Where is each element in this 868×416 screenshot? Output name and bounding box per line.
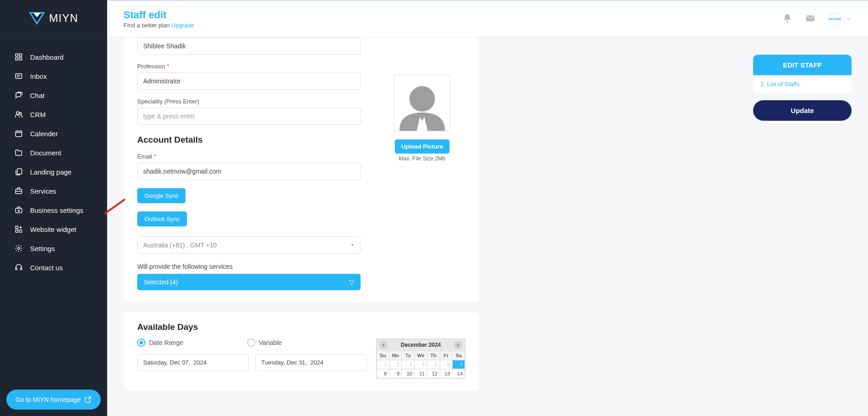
cal-day[interactable]: 11 (414, 369, 427, 378)
upload-picture-button[interactable]: Upload Picture (395, 139, 450, 154)
cal-day[interactable]: 4 (414, 360, 427, 369)
nav-label: Contact us (30, 264, 63, 272)
outlook-sync-button[interactable]: Outlook Sync (137, 211, 187, 226)
chat-icon (15, 91, 23, 99)
nav-label: Calender (30, 130, 58, 138)
chevron-left-icon (382, 343, 385, 347)
account-heading: Account Details (137, 135, 361, 145)
nav-label: Chat (30, 92, 45, 99)
timezone-select[interactable]: Australia (+61) , GMT +10 (137, 236, 361, 254)
svg-point-6 (20, 113, 22, 115)
headset-icon (15, 263, 23, 272)
svg-rect-14 (20, 230, 22, 232)
nav-label: Landing page (30, 168, 72, 176)
mail-button[interactable] (805, 13, 815, 25)
grid-icon (15, 53, 23, 61)
sidebar-item-landing[interactable]: Landing page (0, 162, 107, 181)
svg-rect-10 (16, 208, 22, 213)
sidebar-item-dashboard[interactable]: Dashboard (0, 47, 107, 67)
cal-day[interactable]: 8 (377, 369, 389, 378)
copy-icon (15, 168, 23, 176)
diamond-icon (29, 12, 45, 25)
available-days-card: Available Days Date Range Variable (124, 312, 479, 390)
upgrade-link[interactable]: Upgrade (171, 22, 194, 29)
cal-day[interactable]: 5 (427, 360, 440, 369)
cal-dow: Th (427, 351, 440, 360)
cal-day[interactable]: 6 (440, 360, 453, 369)
date-to-input[interactable] (255, 354, 367, 371)
svg-rect-2 (16, 58, 18, 60)
svg-rect-12 (16, 226, 18, 228)
notifications-button[interactable] (782, 13, 792, 25)
sidebar-item-business-settings[interactable]: Business settings (0, 200, 107, 220)
cal-prev-button[interactable] (379, 341, 388, 349)
sidebar-item-services[interactable]: Services (0, 181, 107, 200)
radio-variable[interactable]: Variable (247, 339, 282, 347)
cal-dow: Su (377, 351, 389, 360)
cal-day[interactable]: 1 (377, 360, 389, 369)
nav-label: Document (30, 149, 61, 157)
sidebar: MIYN Dashboard Inbox Chat CRM Calender D… (0, 0, 107, 416)
user-menu[interactable]: InterestIT (828, 12, 852, 26)
svg-point-5 (16, 112, 19, 114)
svg-rect-13 (16, 230, 18, 232)
staff-form-card: Profession * Speciality (Press Enter) Ac… (124, 37, 479, 302)
svg-rect-16 (16, 268, 17, 270)
cal-day[interactable]: 10 (402, 369, 414, 378)
max-size-hint: Max. File Size 2Mb (379, 155, 465, 162)
gear-icon (15, 244, 23, 252)
sidebar-item-crm[interactable]: CRM (0, 105, 107, 124)
homepage-button[interactable]: Go to MIYN homepage (6, 390, 101, 410)
cal-dow: Mo (389, 351, 402, 360)
cal-dow: Fr (440, 351, 453, 360)
chevron-right-icon (456, 343, 460, 347)
profession-input[interactable] (137, 72, 361, 90)
cal-next-button[interactable] (454, 341, 462, 349)
page-title: Staff edit (124, 9, 782, 21)
sliders-icon (15, 206, 23, 214)
cal-day[interactable]: 9 (389, 369, 402, 378)
sidebar-item-settings[interactable]: Settings (0, 239, 107, 258)
avatar-placeholder-icon (395, 81, 450, 131)
cal-day[interactable]: 14 (452, 369, 465, 378)
name-input[interactable] (137, 37, 361, 55)
sidebar-item-calendar[interactable]: Calender (0, 124, 107, 143)
breadcrumb: Find a better plan Upgrade (124, 22, 782, 29)
google-sync-button[interactable]: Google Sync (137, 188, 186, 203)
svg-rect-7 (16, 131, 22, 137)
logo[interactable]: MIYN (0, 0, 107, 36)
breadcrumb-text: Find a better plan (124, 22, 171, 29)
timezone-value: Australia (+61) , GMT +10 (143, 241, 217, 249)
profession-label: Profession * (137, 63, 361, 70)
cal-day[interactable]: 13 (440, 369, 453, 378)
message-icon (15, 72, 23, 80)
calendar-widget: December 2024 Su Mo Tu We Th (376, 339, 465, 379)
update-button[interactable]: Update (753, 100, 852, 121)
nav: Dashboard Inbox Chat CRM Calender Docume… (0, 36, 107, 383)
caret-down-icon (350, 243, 355, 247)
cal-dow: We (414, 351, 427, 360)
sidebar-item-widget[interactable]: Website widget (0, 220, 107, 239)
sidebar-item-chat[interactable]: Chat (0, 86, 107, 105)
nav-label: Business settings (30, 206, 83, 214)
side-panel: EDIT STAFF 1. List of Staffs (753, 55, 852, 93)
mail-icon (805, 13, 815, 23)
nav-label: Website widget (30, 226, 76, 233)
svg-point-15 (18, 247, 20, 250)
cal-day[interactable]: 12 (427, 369, 440, 378)
speciality-input[interactable] (137, 108, 361, 125)
available-heading: Available Days (137, 312, 465, 332)
cal-day[interactable]: 2 (389, 360, 402, 369)
email-input[interactable] (137, 163, 361, 180)
sidebar-item-contact[interactable]: Contact us (0, 258, 107, 277)
sidebar-item-document[interactable]: Document (0, 143, 107, 162)
cal-day[interactable]: 3 (402, 360, 414, 369)
radio-date-range[interactable]: Date Range (137, 339, 183, 347)
list-of-staffs-link[interactable]: 1. List of Staffs (753, 75, 852, 93)
date-from-input[interactable] (137, 354, 249, 371)
cal-day-selected[interactable]: 7 (452, 360, 465, 369)
services-select[interactable]: Selected (4) ▽ (137, 274, 361, 290)
speciality-label: Speciality (Press Enter) (137, 98, 361, 105)
sidebar-item-inbox[interactable]: Inbox (0, 67, 107, 86)
radio-icon (247, 339, 255, 347)
